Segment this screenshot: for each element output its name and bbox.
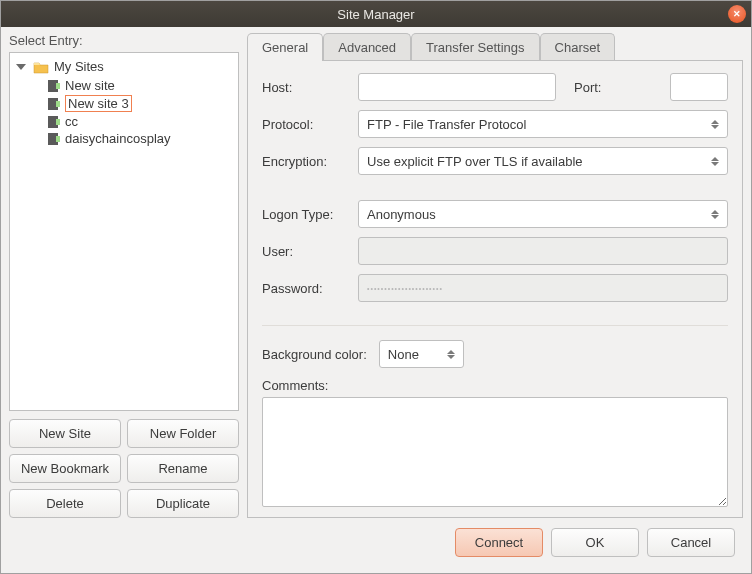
- encryption-label: Encryption:: [262, 154, 348, 169]
- tab-general[interactable]: General: [247, 33, 323, 61]
- tab-charset[interactable]: Charset: [540, 33, 616, 61]
- cancel-button[interactable]: Cancel: [647, 528, 735, 557]
- bgcolor-value: None: [388, 347, 419, 362]
- host-row: Host: Port:: [262, 73, 728, 101]
- site-manager-window: Site Manager ✕ Select Entry: My Sites: [0, 0, 752, 574]
- new-site-button[interactable]: New Site: [9, 419, 121, 448]
- updown-icon: [711, 116, 721, 132]
- tree-site-item[interactable]: daisychaincosplay: [46, 130, 234, 147]
- protocol-value: FTP - File Transfer Protocol: [367, 117, 526, 132]
- server-icon: [48, 98, 58, 110]
- protocol-row: Protocol: FTP - File Transfer Protocol: [262, 110, 728, 138]
- logon-type-label: Logon Type:: [262, 207, 348, 222]
- connect-button[interactable]: Connect: [455, 528, 543, 557]
- tab-transfer-settings[interactable]: Transfer Settings: [411, 33, 540, 61]
- password-row: Password: ••••••••••••••••••••••: [262, 274, 728, 302]
- general-panel: Host: Port: Protocol: FTP - File Transfe…: [247, 60, 743, 518]
- duplicate-button[interactable]: Duplicate: [127, 489, 239, 518]
- password-input: ••••••••••••••••••••••: [358, 274, 728, 302]
- comments-textarea[interactable]: [262, 397, 728, 507]
- right-column: General Advanced Transfer Settings Chars…: [247, 33, 743, 518]
- footer-buttons: Connect OK Cancel: [9, 518, 743, 565]
- protocol-select[interactable]: FTP - File Transfer Protocol: [358, 110, 728, 138]
- tree-site-item[interactable]: New site 3: [46, 94, 234, 113]
- tree-root-label: My Sites: [54, 59, 104, 74]
- site-tree[interactable]: My Sites New site New site 3: [9, 52, 239, 411]
- left-button-grid: New Site New Folder New Bookmark Rename …: [9, 419, 239, 518]
- select-entry-label: Select Entry:: [9, 33, 239, 48]
- tree-site-label: cc: [65, 114, 78, 129]
- divider: [262, 325, 728, 326]
- comments-label: Comments:: [262, 378, 728, 393]
- bgcolor-label: Background color:: [262, 347, 367, 362]
- upper-area: Select Entry: My Sites New site: [9, 33, 743, 518]
- bgcolor-row: Background color: None: [262, 340, 728, 368]
- tree-site-item[interactable]: cc: [46, 113, 234, 130]
- bgcolor-select[interactable]: None: [379, 340, 464, 368]
- host-input[interactable]: [358, 73, 556, 101]
- logon-type-value: Anonymous: [367, 207, 436, 222]
- window-titlebar: Site Manager ✕: [1, 1, 751, 27]
- tree-children: New site New site 3 cc daisychainco: [46, 77, 234, 147]
- password-label: Password:: [262, 281, 348, 296]
- server-icon: [48, 80, 58, 92]
- rename-button[interactable]: Rename: [127, 454, 239, 483]
- updown-icon: [711, 153, 721, 169]
- port-input[interactable]: [670, 73, 728, 101]
- spacer: [262, 184, 728, 200]
- content-area: Select Entry: My Sites New site: [1, 27, 751, 573]
- updown-icon: [711, 206, 721, 222]
- port-label: Port:: [574, 80, 660, 95]
- host-label: Host:: [262, 80, 348, 95]
- ok-button[interactable]: OK: [551, 528, 639, 557]
- updown-icon: [447, 346, 457, 362]
- tree-site-label: New site: [65, 78, 115, 93]
- window-title: Site Manager: [337, 7, 414, 22]
- delete-button[interactable]: Delete: [9, 489, 121, 518]
- encryption-value: Use explicit FTP over TLS if available: [367, 154, 583, 169]
- protocol-label: Protocol:: [262, 117, 348, 132]
- encryption-select[interactable]: Use explicit FTP over TLS if available: [358, 147, 728, 175]
- server-icon: [48, 116, 58, 128]
- tree-site-label: daisychaincosplay: [65, 131, 171, 146]
- folder-icon: [33, 60, 49, 74]
- chevron-down-icon[interactable]: [16, 64, 26, 70]
- user-input: [358, 237, 728, 265]
- tab-advanced[interactable]: Advanced: [323, 33, 411, 61]
- tree-root-item[interactable]: My Sites: [14, 58, 234, 75]
- left-column: Select Entry: My Sites New site: [9, 33, 239, 518]
- tree-site-item[interactable]: New site: [46, 77, 234, 94]
- encryption-row: Encryption: Use explicit FTP over TLS if…: [262, 147, 728, 175]
- tab-bar: General Advanced Transfer Settings Chars…: [247, 33, 743, 61]
- user-label: User:: [262, 244, 348, 259]
- user-row: User:: [262, 237, 728, 265]
- new-folder-button[interactable]: New Folder: [127, 419, 239, 448]
- logon-row: Logon Type: Anonymous: [262, 200, 728, 228]
- new-bookmark-button[interactable]: New Bookmark: [9, 454, 121, 483]
- tree-site-label: New site 3: [65, 95, 132, 112]
- close-icon[interactable]: ✕: [728, 5, 746, 23]
- logon-type-select[interactable]: Anonymous: [358, 200, 728, 228]
- server-icon: [48, 133, 58, 145]
